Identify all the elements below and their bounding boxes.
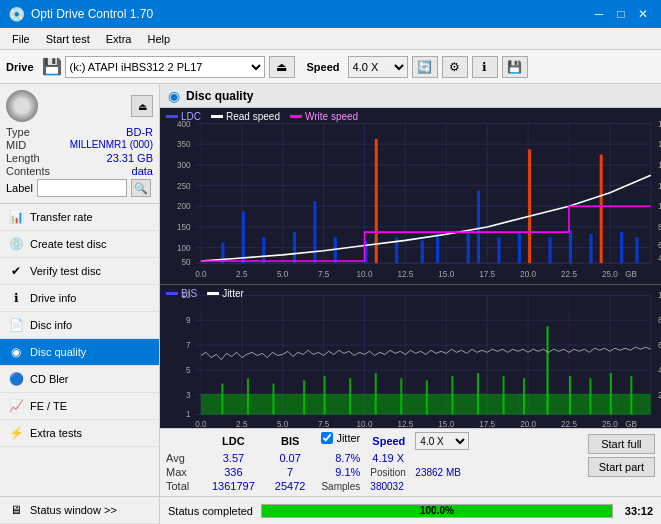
top-chart-svg: 400 350 300 250 200 150 100 50 18X 16X 1… [160, 108, 661, 284]
disc-length-label: Length [6, 152, 40, 164]
menu-help[interactable]: Help [139, 31, 178, 47]
disc-type-value: BD-R [126, 126, 153, 138]
disc-contents-value: data [132, 165, 153, 177]
nav-item-fe-te[interactable]: 📈 FE / TE [0, 393, 159, 420]
col-bis-header: BIS [265, 432, 316, 451]
disc-icon-wrap [6, 90, 42, 122]
svg-text:GB: GB [625, 270, 637, 279]
content-area: ◉ Disc quality LDC Read speed [160, 84, 661, 524]
max-ldc: 336 [202, 465, 265, 479]
disc-header: ⏏ [6, 90, 153, 122]
drive-selector-group: 💾 (k:) ATAPI iHBS312 2 PL17 [42, 56, 265, 78]
svg-rect-62 [497, 237, 500, 263]
svg-rect-117 [303, 380, 305, 414]
refresh-button[interactable]: 🔄 [412, 56, 438, 78]
nav-items: 📊 Transfer rate 💿 Create test disc ✔ Ver… [0, 204, 159, 496]
start-part-button[interactable]: Start part [588, 457, 655, 477]
disc-mid-row: MID MILLENMR1 (000) [6, 139, 153, 151]
minimize-button[interactable]: ─ [589, 4, 609, 24]
disc-panel: ⏏ Type BD-R MID MILLENMR1 (000) Length 2… [0, 84, 159, 204]
legend-jitter-color [207, 292, 219, 295]
disc-label-input[interactable] [37, 179, 127, 197]
close-button[interactable]: ✕ [633, 4, 653, 24]
info-button2[interactable]: ℹ [472, 56, 498, 78]
sidebar: ⏏ Type BD-R MID MILLENMR1 (000) Length 2… [0, 84, 160, 524]
svg-rect-120 [375, 373, 377, 414]
speed-select-stats[interactable]: 4.0 X [415, 432, 469, 450]
app-icon: 💿 [8, 6, 25, 22]
start-full-button[interactable]: Start full [588, 434, 655, 454]
nav-item-create-test[interactable]: 💿 Create test disc [0, 231, 159, 258]
menu-start-test[interactable]: Start test [38, 31, 98, 47]
drive-select[interactable]: (k:) ATAPI iHBS312 2 PL17 [65, 56, 265, 78]
menu-extra[interactable]: Extra [98, 31, 140, 47]
total-bis: 25472 [265, 479, 316, 493]
svg-rect-131 [630, 376, 632, 414]
legend-write-color [290, 115, 302, 118]
fe-te-icon: 📈 [8, 398, 24, 414]
samples-value: 380032 [366, 479, 473, 493]
legend-write-speed: Write speed [290, 111, 358, 122]
title-bar-controls: ─ □ ✕ [589, 4, 653, 24]
stats-avg-row: Avg 3.57 0.07 8.7% 4.19 X [166, 451, 473, 465]
svg-text:5: 5 [186, 366, 191, 375]
settings-button[interactable]: ⚙ [442, 56, 468, 78]
col-jitter-header: Jitter [315, 432, 366, 445]
nav-item-status-window[interactable]: 🖥 Status window >> [0, 496, 159, 524]
nav-item-cd-bler[interactable]: 🔵 CD Bler [0, 366, 159, 393]
disc-mid-value: MILLENMR1 (000) [70, 139, 153, 151]
jitter-label: Jitter [336, 432, 360, 444]
disc-label-button[interactable]: 🔍 [131, 179, 151, 197]
eject-button[interactable]: ⏏ [269, 56, 295, 78]
disc-quality-icon: ◉ [8, 344, 24, 360]
total-ldc: 1361797 [202, 479, 265, 493]
create-test-icon: 💿 [8, 236, 24, 252]
legend-bis: BIS [166, 288, 197, 299]
quality-header-icon: ◉ [168, 88, 180, 104]
nav-item-disc-quality[interactable]: ◉ Disc quality [0, 339, 159, 366]
nav-item-disc-info[interactable]: 📄 Disc info [0, 312, 159, 339]
legend-read-label: Read speed [226, 111, 280, 122]
svg-text:7: 7 [186, 341, 191, 350]
avg-ldc: 3.57 [202, 451, 265, 465]
nav-item-transfer-rate[interactable]: 📊 Transfer rate [0, 204, 159, 231]
svg-text:7.5: 7.5 [318, 420, 330, 428]
legend-read-speed: Read speed [211, 111, 280, 122]
nav-transfer-rate-label: Transfer rate [30, 211, 93, 223]
maximize-button[interactable]: □ [611, 4, 631, 24]
status-bar: Status completed 100.0% 33:12 [160, 496, 661, 524]
nav-cd-bler-label: CD Bler [30, 373, 69, 385]
svg-rect-50 [242, 211, 245, 263]
disc-eject-button[interactable]: ⏏ [131, 95, 153, 117]
svg-text:15.0: 15.0 [438, 270, 454, 279]
nav-fe-te-label: FE / TE [30, 400, 67, 412]
status-time: 33:12 [625, 505, 653, 517]
nav-item-extra-tests[interactable]: ⚡ Extra tests [0, 420, 159, 447]
max-jitter: 9.1% [315, 465, 366, 479]
svg-rect-121 [400, 378, 402, 414]
speed-select[interactable]: 4.0 X [348, 56, 408, 78]
nav-item-verify-test[interactable]: ✔ Verify test disc [0, 258, 159, 285]
menu-file[interactable]: File [4, 31, 38, 47]
disc-contents-row: Contents data [6, 165, 153, 177]
cd-bler-icon: 🔵 [8, 371, 24, 387]
legend-bis-label: BIS [181, 288, 197, 299]
legend-jitter: Jitter [207, 288, 244, 299]
svg-text:5.0: 5.0 [277, 270, 289, 279]
svg-rect-51 [262, 237, 265, 263]
stats-header-row: LDC BIS Jitter Speed 4.0 X [166, 432, 473, 451]
total-label: Total [166, 479, 202, 493]
nav-item-drive-info[interactable]: ℹ Drive info [0, 285, 159, 312]
legend-jitter-label: Jitter [222, 288, 244, 299]
quality-title: Disc quality [186, 89, 253, 103]
jitter-checkbox[interactable] [321, 432, 333, 444]
disc-contents-label: Contents [6, 165, 50, 177]
col-ldc-header: LDC [202, 432, 265, 451]
svg-text:20.0: 20.0 [520, 270, 536, 279]
col-empty [166, 432, 202, 451]
save-button[interactable]: 💾 [502, 56, 528, 78]
svg-text:1: 1 [186, 409, 191, 418]
bottom-chart-wrapper: BIS Jitter [160, 285, 661, 428]
nav-drive-info-label: Drive info [30, 292, 76, 304]
stats-table: LDC BIS Jitter Speed 4.0 X [166, 432, 473, 493]
